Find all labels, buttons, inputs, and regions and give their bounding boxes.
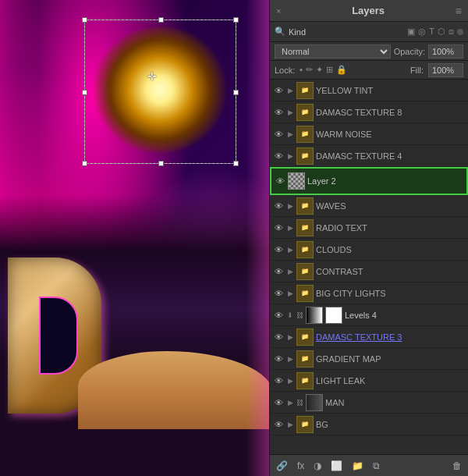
eye-visibility-icon[interactable]: 👁 xyxy=(275,176,285,186)
layer-thumbnail xyxy=(306,394,323,411)
expand-arrow-icon[interactable]: ▶ xyxy=(286,290,294,297)
layer-item[interactable]: 👁 ▶ 📁 WARM NOISE xyxy=(270,123,468,145)
expand-arrow-icon[interactable]: ▶ xyxy=(286,87,294,94)
layer-item[interactable]: 👁 ▶ 📁 WAVES xyxy=(270,195,468,217)
expand-arrow-icon[interactable]: ▶ xyxy=(286,268,294,275)
layer-name[interactable]: RADIO TEXT xyxy=(316,223,465,233)
layer-item[interactable]: 👁 ▶ 📁 LIGHT LEAK xyxy=(270,370,468,392)
expand-arrow-icon[interactable]: ▶ xyxy=(286,421,294,428)
layer-item[interactable]: 👁 ▶ 📁 DAMASC TEXTURE 8 xyxy=(270,101,468,123)
expand-arrow-icon[interactable]: ▶ xyxy=(286,202,294,210)
expand-arrow-icon[interactable]: ▶ xyxy=(286,355,294,363)
layer-name[interactable]: WAVES xyxy=(316,201,465,211)
delete-layer-icon[interactable]: 🗑 xyxy=(451,459,463,473)
fx-button[interactable]: fx xyxy=(296,459,306,473)
expand-arrow-icon[interactable]: ▶ xyxy=(286,108,294,116)
layer-name[interactable]: DAMASC TEXTURE 8 xyxy=(316,108,465,117)
layers-list[interactable]: 👁 ▶ 📁 YELLOW TINT 👁 ▶ 📁 DAMASC TEXTURE 8… xyxy=(270,80,468,454)
link-layers-icon[interactable]: 🔗 xyxy=(275,459,289,473)
blend-mode-select[interactable]: Normal xyxy=(275,44,391,59)
eye-visibility-icon[interactable]: 👁 xyxy=(273,311,284,320)
layer-item[interactable]: 👁 ▶ 📁 CONTRAST xyxy=(270,261,468,282)
filter-smart-icon[interactable]: ⧈ xyxy=(448,27,454,37)
layer-name[interactable]: DAMASC TEXTURE 3 xyxy=(316,332,465,342)
eye-visibility-icon[interactable]: 👁 xyxy=(273,223,284,233)
layer-name[interactable]: Layer 2 xyxy=(307,176,463,186)
layer-item[interactable]: 👁 ▶ 📁 DAMASC TEXTURE 4 xyxy=(270,145,468,167)
new-fill-adjustment-icon[interactable]: ◑ xyxy=(312,459,323,473)
layer-name[interactable]: WARM NOISE xyxy=(316,130,465,139)
eye-visibility-icon[interactable]: 👁 xyxy=(273,398,284,407)
panel-close-button[interactable]: × xyxy=(276,6,281,16)
handle-middle-right[interactable] xyxy=(233,90,239,95)
layer-name[interactable]: CONTRAST xyxy=(316,267,465,276)
eye-visibility-icon[interactable]: 👁 xyxy=(273,86,284,95)
layer-item[interactable]: 👁 ▶ 📁 DAMASC TEXTURE 3 xyxy=(270,326,468,348)
layer-name[interactable]: LIGHT LEAK xyxy=(316,376,465,385)
layer-item[interactable]: 👁 ▶ 📁 YELLOW TINT xyxy=(270,80,468,101)
layer-thumbnail: 📁 xyxy=(296,416,314,433)
handle-top-left[interactable] xyxy=(82,17,87,23)
eye-visibility-icon[interactable]: 👁 xyxy=(273,376,284,385)
filter-shape-icon[interactable]: ⬡ xyxy=(438,27,445,37)
new-layer-icon[interactable]: ⧉ xyxy=(371,459,381,473)
eye-visibility-icon[interactable]: 👁 xyxy=(273,108,284,117)
layer-item[interactable]: 👁 ▶ 📁 RADIO TEXT xyxy=(270,217,468,239)
handle-bottom-left[interactable] xyxy=(82,161,87,166)
expand-arrow-icon[interactable]: ▶ xyxy=(286,130,294,138)
eye-visibility-icon[interactable]: 👁 xyxy=(273,130,284,139)
layer-item[interactable]: 👁 ▶ 📁 BG xyxy=(270,414,468,435)
layer-name[interactable]: BIG CITY LIGHTS xyxy=(316,289,465,298)
eye-visibility-icon[interactable]: 👁 xyxy=(273,245,284,254)
layer-thumbnail: 📁 xyxy=(296,263,314,280)
lock-paint-icon[interactable]: ✏ xyxy=(306,65,313,75)
lock-all-icon[interactable]: 🔒 xyxy=(336,65,347,75)
layer-item[interactable]: 👁 ▶ ⛓ MAN xyxy=(270,392,468,414)
lock-move-icon[interactable]: ✦ xyxy=(316,65,323,75)
opacity-input[interactable] xyxy=(428,44,463,59)
filter-text-icon[interactable]: T xyxy=(429,27,434,37)
layer-item[interactable]: 👁 ▶ 📁 BIG CITY LIGHTS xyxy=(270,282,468,304)
layer-item[interactable]: 👁 ▶ 📁 CLOUDS xyxy=(270,239,468,261)
handle-bottom-right[interactable] xyxy=(233,161,239,166)
eye-visibility-icon[interactable]: 👁 xyxy=(273,289,284,298)
handle-top-right[interactable] xyxy=(233,17,239,23)
eye-visibility-icon[interactable]: 👁 xyxy=(273,420,284,429)
fill-input[interactable] xyxy=(428,63,463,77)
expand-arrow-icon[interactable]: ▶ xyxy=(286,152,294,160)
filter-adjust-icon[interactable]: ◎ xyxy=(418,27,426,37)
layer-name[interactable]: MAN xyxy=(325,398,465,407)
handle-top-center[interactable] xyxy=(158,17,164,23)
selection-box[interactable] xyxy=(84,20,236,164)
layer-name[interactable]: Levels 4 xyxy=(345,311,465,320)
layer-mask-icon[interactable]: ⬜ xyxy=(329,459,344,473)
eye-visibility-icon[interactable]: 👁 xyxy=(273,151,284,161)
layer-item[interactable]: 👁 ⬇ ⛓ Levels 4 xyxy=(270,304,468,326)
dark-rectangle xyxy=(39,297,78,375)
expand-arrow-icon[interactable]: ▶ xyxy=(286,377,294,385)
panel-menu-icon[interactable]: ≡ xyxy=(456,5,462,17)
expand-arrow-icon[interactable]: ▶ xyxy=(286,333,294,341)
expand-arrow-icon[interactable]: ▶ xyxy=(286,246,294,254)
layer-name[interactable]: YELLOW TINT xyxy=(316,86,465,95)
layer-name[interactable]: CLOUDS xyxy=(316,245,465,254)
eye-visibility-icon[interactable]: 👁 xyxy=(273,332,284,342)
layer-name[interactable]: DAMASC TEXTURE 4 xyxy=(316,151,465,161)
new-group-icon[interactable]: 📁 xyxy=(350,459,365,473)
handle-bottom-center[interactable] xyxy=(158,161,164,166)
layer-name[interactable]: BG xyxy=(316,420,465,429)
eye-visibility-icon[interactable]: 👁 xyxy=(273,267,284,276)
eye-visibility-icon[interactable]: 👁 xyxy=(273,354,284,364)
expand-arrow-icon[interactable]: ⬇ xyxy=(286,311,294,319)
handle-middle-left[interactable] xyxy=(82,90,87,95)
eye-visibility-icon[interactable]: 👁 xyxy=(273,201,284,211)
lock-artboard-icon[interactable]: ⊞ xyxy=(326,65,333,75)
layer-item-selected[interactable]: 👁 Layer 2 xyxy=(270,167,468,195)
layer-name[interactable]: GRADIENT MAP xyxy=(316,354,465,364)
expand-arrow-icon[interactable]: ▶ xyxy=(286,224,294,232)
lock-transparency-icon[interactable]: ▪ xyxy=(300,65,303,75)
expand-arrow-icon[interactable]: ▶ xyxy=(286,399,294,407)
search-kind-dropdown[interactable]: Kind xyxy=(289,27,404,37)
layer-item[interactable]: 👁 ▶ 📁 GRADIENT MAP xyxy=(270,348,468,370)
filter-pixel-icon[interactable]: ▣ xyxy=(407,27,415,37)
